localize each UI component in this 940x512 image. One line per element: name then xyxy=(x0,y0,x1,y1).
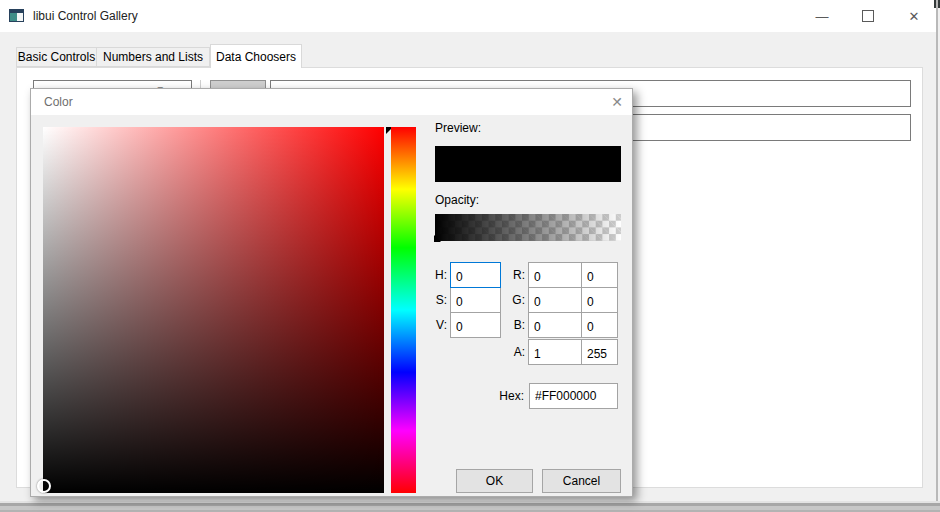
b-label: B: xyxy=(509,318,525,332)
tab-basic-controls[interactable]: Basic Controls xyxy=(16,47,97,67)
maximize-icon xyxy=(862,10,874,22)
a-byte-input[interactable] xyxy=(581,339,618,365)
g-float-input[interactable] xyxy=(528,287,582,313)
window-bottom-edge xyxy=(0,501,940,512)
minimize-icon: — xyxy=(816,9,829,24)
dialog-title: Color xyxy=(44,95,73,109)
close-icon: ✕ xyxy=(909,9,920,24)
preview-swatch xyxy=(435,146,621,182)
a-float-input[interactable] xyxy=(528,339,582,365)
opacity-gradient xyxy=(435,214,621,241)
ok-button-label: OK xyxy=(486,474,503,488)
tab-numbers-and-lists[interactable]: Numbers and Lists xyxy=(96,47,210,67)
b-float-input[interactable] xyxy=(528,312,582,338)
dialog-titlebar: Color ✕ xyxy=(31,89,632,115)
opacity-label: Opacity: xyxy=(435,193,479,207)
h-input[interactable] xyxy=(450,262,501,288)
dialog-close-button[interactable]: ✕ xyxy=(603,91,631,113)
h-label: H: xyxy=(431,268,447,282)
tab-label: Basic Controls xyxy=(18,50,95,64)
s-label: S: xyxy=(431,293,447,307)
close-button[interactable]: ✕ xyxy=(891,0,937,32)
hue-slider[interactable] xyxy=(391,127,416,493)
app-icon xyxy=(9,9,24,22)
v-input[interactable] xyxy=(450,312,501,338)
ok-button[interactable]: OK xyxy=(456,469,533,493)
a-label: A: xyxy=(509,345,525,359)
g-byte-input[interactable] xyxy=(581,287,618,313)
window-title: libui Control Gallery xyxy=(33,9,138,23)
r-label: R: xyxy=(509,268,525,282)
window-right-border xyxy=(936,0,938,503)
preview-label: Preview: xyxy=(435,121,481,135)
tab-label: Data Choosers xyxy=(216,50,296,64)
window-titlebar: libui Control Gallery — ✕ xyxy=(0,0,938,32)
sv-picker-marker[interactable] xyxy=(37,479,51,493)
g-label: G: xyxy=(509,293,525,307)
cancel-button[interactable]: Cancel xyxy=(542,469,621,493)
close-icon: ✕ xyxy=(611,94,623,110)
cancel-button-label: Cancel xyxy=(563,474,600,488)
color-dialog: Color ✕ Preview: Opacity: H: S: V: R: G: xyxy=(30,88,633,497)
r-byte-input[interactable] xyxy=(581,262,618,288)
tab-data-choosers[interactable]: Data Choosers xyxy=(210,44,302,68)
hex-label: Hex: xyxy=(497,389,524,403)
maximize-button[interactable] xyxy=(845,0,891,32)
s-input[interactable] xyxy=(450,287,501,313)
b-byte-input[interactable] xyxy=(581,312,618,338)
screen: libui Control Gallery — ✕ Basic Controls… xyxy=(0,0,940,512)
saturation-value-picker[interactable] xyxy=(43,127,384,493)
r-float-input[interactable] xyxy=(528,262,582,288)
minimize-button[interactable]: — xyxy=(799,0,845,32)
v-label: V: xyxy=(431,318,447,332)
opacity-marker-icon[interactable] xyxy=(434,235,441,242)
tab-label: Numbers and Lists xyxy=(103,50,203,64)
opacity-slider[interactable] xyxy=(435,214,621,241)
hex-input[interactable] xyxy=(529,383,618,409)
